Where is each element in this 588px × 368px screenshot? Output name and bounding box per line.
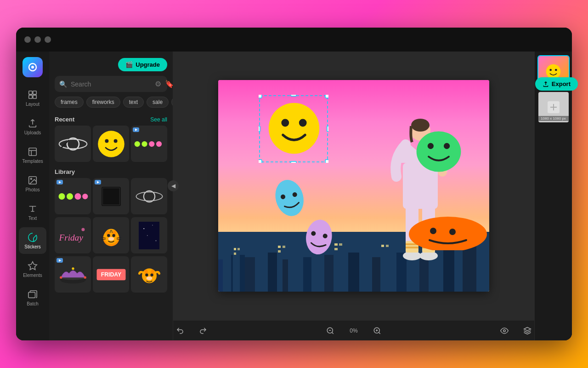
undo-button[interactable] (173, 324, 187, 338)
tag-frames[interactable]: frames (55, 97, 84, 108)
see-all-link[interactable]: See all (150, 116, 167, 123)
close-traffic-light[interactable] (24, 36, 31, 43)
sticker-crown[interactable]: ▶ (55, 256, 91, 293)
svg-rect-94 (234, 253, 236, 255)
eye-button[interactable] (498, 324, 511, 338)
svg-point-50 (147, 235, 148, 236)
svg-line-42 (101, 239, 106, 240)
collapse-panel-button[interactable]: ◀ (168, 180, 179, 191)
export-label: Export (552, 80, 571, 87)
video-badge: ▶ (133, 127, 139, 132)
svg-point-23 (58, 193, 65, 200)
svg-point-49 (152, 224, 153, 225)
svg-rect-129 (291, 95, 296, 96)
tag-happy[interactable]: happ (171, 97, 173, 108)
zoom-in-icon (373, 327, 381, 335)
tag-fireworks[interactable]: fireworks (86, 97, 120, 108)
svg-rect-132 (327, 126, 328, 132)
sticker-tiger[interactable] (93, 217, 129, 253)
sticker-dark-frame[interactable]: ▶ (93, 178, 129, 214)
sidebar-item-text[interactable]: Text (19, 199, 46, 225)
canvas-pink-smiley[interactable] (300, 212, 343, 258)
layers-icon (523, 327, 531, 335)
sidebar-item-batch[interactable]: Batch (19, 284, 46, 311)
svg-line-151 (379, 332, 380, 334)
sidebar-item-layout[interactable]: Layout (19, 85, 46, 111)
thumbnail-2[interactable]: 1080 x 1080 px (537, 91, 570, 123)
search-bar: 🔍 ⚙ 🔖 (55, 76, 167, 92)
sticker-yellow-smiley[interactable] (93, 126, 129, 162)
sidebar-item-photos[interactable]: Photos (19, 170, 46, 197)
sidebar-layout-label: Layout (26, 102, 40, 107)
svg-rect-6 (29, 148, 37, 155)
undo-icon (176, 327, 184, 335)
canvas-orange-smiley[interactable] (407, 209, 473, 246)
svg-point-16 (98, 131, 124, 157)
svg-point-32 (81, 228, 85, 231)
browser-chrome (16, 28, 572, 52)
svg-rect-12 (28, 292, 35, 298)
export-button[interactable]: Export (535, 77, 572, 91)
svg-point-19 (134, 141, 140, 146)
sidebar-elements-label: Elements (23, 273, 42, 278)
sticker-tiger-2[interactable] (131, 256, 167, 293)
sidebar-uploads-label: Uploads (24, 130, 41, 135)
svg-rect-2 (29, 91, 32, 94)
sidebar-item-stickers[interactable]: Stickers (19, 227, 46, 254)
canvas-green-smiley[interactable] (413, 124, 464, 174)
main-canvas-area: ◀ (173, 52, 534, 340)
sticker-dots[interactable]: ▶ (131, 126, 167, 162)
svg-point-10 (30, 178, 32, 179)
redo-button[interactable] (196, 324, 210, 338)
zoom-in-button[interactable] (370, 324, 384, 338)
maximize-traffic-light[interactable] (45, 36, 51, 43)
sidebar-item-templates[interactable]: Templates (19, 142, 46, 168)
sidebar-batch-label: Batch (27, 301, 39, 306)
search-input[interactable] (71, 80, 151, 88)
redo-icon (199, 327, 207, 335)
filter-icon[interactable]: ⚙ (155, 80, 161, 88)
stickers-panel: 🎬 Upgrade 🔍 ⚙ 🔖 frames fireworks text sa… (49, 52, 173, 340)
tag-text[interactable]: text (123, 97, 144, 108)
sticker-friday-cursive[interactable]: Friday (55, 217, 91, 253)
sticker-friday-badge[interactable]: FRIDAY (93, 256, 129, 293)
svg-point-63 (150, 273, 153, 276)
bookmark-icon[interactable]: 🔖 (165, 80, 173, 88)
thumbnail-2-size: 1080 x 1080 px (538, 116, 569, 121)
eye-icon (500, 327, 509, 335)
svg-rect-78 (324, 255, 334, 292)
svg-rect-76 (303, 257, 311, 292)
svg-point-156 (546, 64, 561, 79)
svg-point-154 (503, 329, 506, 332)
minimize-traffic-light[interactable] (34, 36, 41, 43)
svg-rect-130 (291, 161, 296, 163)
svg-point-55 (72, 267, 74, 270)
right-thumbnails-panel: 1080 x 1080 px 1080 x 1080 px (534, 52, 572, 340)
svg-rect-131 (259, 126, 260, 132)
svg-point-133 (417, 132, 461, 172)
sticker-saturn[interactable] (55, 126, 91, 162)
sidebar-item-elements[interactable]: Elements (19, 256, 46, 282)
sidebar-templates-label: Templates (22, 159, 43, 164)
library-sticker-grid-3: ▶ FRIDAY (49, 256, 173, 293)
svg-point-1 (31, 66, 34, 69)
svg-point-62 (145, 273, 148, 276)
sticker-balls[interactable]: ▶ (55, 178, 91, 214)
svg-text:Friday: Friday (58, 233, 83, 242)
upgrade-button[interactable]: 🎬 Upgrade (118, 58, 167, 71)
sticker-saturn-2[interactable] (131, 178, 167, 214)
tag-sale[interactable]: sale (147, 97, 169, 108)
svg-point-157 (549, 69, 552, 71)
svg-point-136 (428, 143, 434, 149)
recent-section-header: Recent See all (49, 112, 173, 126)
layers-button[interactable] (520, 324, 534, 338)
zoom-out-button[interactable] (323, 324, 337, 338)
svg-rect-93 (237, 248, 240, 250)
video-badge-3: ▶ (95, 180, 101, 184)
svg-rect-67 (223, 250, 231, 292)
library-section-header: Library (49, 165, 173, 178)
sidebar-item-uploads[interactable]: Uploads (19, 113, 46, 140)
sticker-dark-space[interactable] (131, 217, 167, 253)
canvas[interactable] (218, 80, 489, 292)
svg-point-25 (74, 193, 81, 200)
